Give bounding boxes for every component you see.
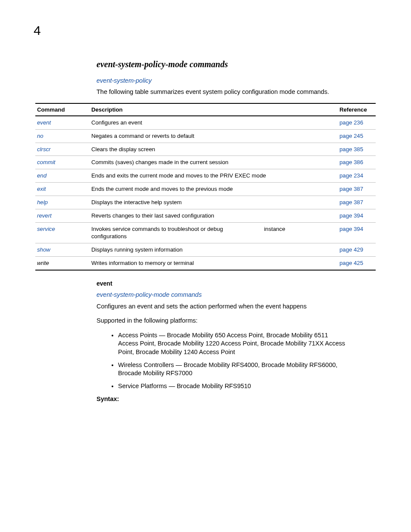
section-xref-link[interactable]: event-system-policy (97, 77, 376, 84)
page-reference-link[interactable]: page 387 (339, 199, 363, 205)
page: 4 event-system-policy-mode commands even… (0, 0, 411, 532)
table-row: noNegates a command or reverts to defaul… (35, 129, 376, 143)
table-row: serviceInvokes service commands to troub… (35, 222, 376, 243)
command-description-cell: Displays running system information (90, 243, 338, 257)
page-reference-link[interactable]: page 394 (339, 212, 363, 219)
table-header-command: Command (35, 103, 90, 116)
command-description-cell: Configures an event (90, 116, 338, 129)
table-header-description: Description (90, 103, 338, 116)
list-item: Service Platforms — Brocade Mobility RFS… (118, 382, 346, 391)
command-description-cell: Negates a command or reverts to default (90, 129, 338, 143)
content-area: event-system-policy-mode commands event-… (35, 59, 376, 402)
command-link[interactable]: help (37, 199, 48, 205)
command-link[interactable]: event (37, 119, 51, 126)
page-reference-link[interactable]: page 394 (339, 226, 363, 232)
commands-table: Command Description Reference eventConfi… (35, 103, 376, 271)
table-row: revertReverts changes to their last save… (35, 209, 376, 222)
command-link: write (37, 260, 49, 266)
list-item: Wireless Controllers — Brocade Mobility … (118, 361, 346, 378)
page-reference-link[interactable]: page 234 (339, 172, 363, 179)
page-reference-link[interactable]: page 425 (339, 260, 363, 266)
table-header-reference: Reference (338, 103, 376, 116)
command-link[interactable]: end (37, 172, 47, 179)
command-link[interactable]: show (37, 246, 50, 253)
syntax-label: Syntax: (97, 395, 376, 402)
platforms-list: Access Points — Brocade Mobility 650 Acc… (109, 331, 376, 390)
command-description-cell: Writes information to memory or terminal (90, 256, 338, 270)
page-reference-link[interactable]: page 245 (339, 133, 363, 139)
page-reference-link[interactable]: page 429 (339, 246, 363, 253)
command-description-cell: Invokes service commands to troubleshoot… (90, 222, 338, 243)
table-row: commitCommits (saves) changes made in th… (35, 156, 376, 169)
command-description: Configures an event and sets the action … (97, 302, 376, 311)
page-reference-link[interactable]: page 385 (339, 146, 363, 152)
command-description-cell: Reverts changes to their last saved conf… (90, 209, 338, 222)
command-link[interactable]: service (37, 226, 55, 232)
command-description-cell: Ends and exits the current mode and move… (90, 169, 338, 183)
command-link[interactable]: exit (37, 186, 46, 192)
command-link[interactable]: clrscr (37, 146, 51, 152)
command-description-cell: Clears the display screen (90, 143, 338, 156)
command-description-cell: Ends the current mode and moves to the p… (90, 183, 338, 196)
page-reference-link[interactable]: page 386 (339, 159, 363, 165)
command-link[interactable]: no (37, 133, 44, 139)
platforms-intro: Supported in the following platforms: (97, 317, 376, 325)
chapter-number: 4 (34, 23, 41, 38)
table-row: showDisplays running system informationp… (35, 243, 376, 257)
page-reference-link[interactable]: page 236 (339, 119, 363, 126)
table-row: eventConfigures an eventpage 236 (35, 116, 376, 129)
section-title: event-system-policy-mode commands (97, 59, 376, 69)
table-row: endEnds and exits the current mode and m… (35, 169, 376, 183)
table-row: exitEnds the current mode and moves to t… (35, 183, 376, 196)
command-heading: event (97, 280, 376, 287)
page-reference-link[interactable]: page 387 (339, 186, 363, 192)
intro-text: The following table summarizes event sys… (97, 88, 376, 95)
table-row: clrscrClears the display screenpage 385 (35, 143, 376, 156)
command-description-cell: Commits (saves) changes made in the curr… (90, 156, 338, 169)
list-item: Access Points — Brocade Mobility 650 Acc… (118, 331, 346, 357)
table-row: helpDisplays the interactive help system… (35, 196, 376, 209)
table-row: writeWrites information to memory or ter… (35, 256, 376, 270)
command-xref-link[interactable]: event-system-policy-mode commands (97, 291, 376, 298)
command-description-cell: Displays the interactive help system (90, 196, 338, 209)
command-link[interactable]: commit (37, 159, 56, 165)
command-link[interactable]: revert (37, 212, 52, 219)
